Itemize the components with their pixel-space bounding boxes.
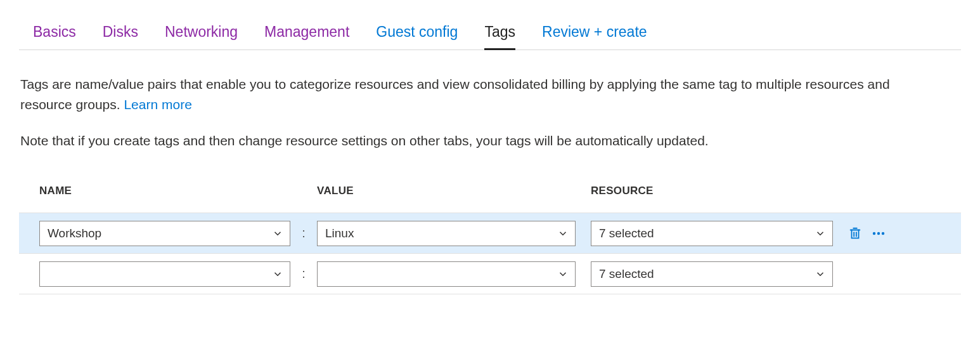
chevron-down-icon [557, 268, 569, 280]
tag-resource-value: 7 selected [599, 226, 654, 240]
tag-resource-select[interactable]: 7 selected [591, 261, 833, 287]
chevron-down-icon [272, 268, 283, 280]
tags-description: Tags are name/value pairs that enable yo… [19, 50, 945, 115]
chevron-down-icon [815, 268, 826, 280]
colon-separator: : [290, 266, 317, 281]
tab-label: Guest config [376, 23, 458, 40]
tag-name-input[interactable]: Workshop [39, 221, 290, 246]
tag-value-value: Linux [325, 226, 354, 240]
trash-icon [848, 226, 862, 240]
svg-point-2 [882, 232, 884, 235]
tab-management[interactable]: Management [264, 19, 349, 49]
svg-point-1 [877, 232, 880, 235]
tags-table: NAME VALUE RESOURCE Workshop : Linux [19, 181, 961, 294]
tab-label: Management [264, 23, 349, 40]
tag-value-input[interactable] [317, 261, 576, 287]
tab-label: Basics [33, 23, 76, 40]
more-horizontal-icon [871, 226, 886, 241]
tab-label: Networking [165, 23, 238, 40]
tag-row: : 7 selected [19, 253, 961, 294]
chevron-down-icon [815, 228, 826, 239]
tag-name-value: Workshop [48, 226, 101, 240]
learn-more-link[interactable]: Learn more [124, 97, 191, 112]
tab-guest-config[interactable]: Guest config [376, 19, 458, 49]
tags-note: Note that if you create tags and then ch… [19, 115, 961, 151]
column-header-value: VALUE [317, 185, 576, 197]
tag-resource-value: 7 selected [599, 267, 654, 281]
tag-name-input[interactable] [39, 261, 290, 287]
chevron-down-icon [272, 228, 283, 239]
chevron-down-icon [557, 228, 569, 239]
tab-disks[interactable]: Disks [103, 19, 138, 49]
colon-separator: : [290, 226, 317, 240]
tag-row: Workshop : Linux 7 selected [19, 213, 961, 253]
delete-tag-button[interactable] [848, 226, 862, 240]
tab-basics[interactable]: Basics [33, 19, 76, 49]
tab-tags[interactable]: Tags [484, 19, 515, 49]
tab-label: Review + create [542, 23, 647, 40]
tab-label: Tags [484, 23, 515, 40]
column-header-resource: RESOURCE [591, 185, 838, 197]
tab-networking[interactable]: Networking [165, 19, 238, 49]
column-header-name: NAME [32, 185, 290, 197]
table-header-row: NAME VALUE RESOURCE [19, 181, 961, 213]
more-actions-button[interactable] [871, 226, 886, 241]
tag-value-input[interactable]: Linux [317, 221, 576, 246]
svg-point-0 [873, 232, 875, 235]
tab-review-create[interactable]: Review + create [542, 19, 647, 49]
tab-label: Disks [103, 23, 138, 40]
tag-resource-select[interactable]: 7 selected [591, 221, 833, 246]
wizard-tabs: Basics Disks Networking Management Guest… [19, 19, 961, 50]
